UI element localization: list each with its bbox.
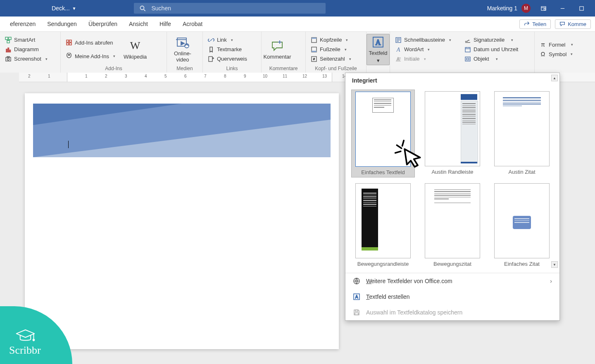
seitenzahl-button[interactable]: #Seitenzahl▾ — [309, 55, 353, 63]
gallery-item-label: Einfaches Textfeld — [361, 169, 405, 175]
tab-referenzen[interactable]: eferenzen — [4, 17, 41, 31]
title-bar: Deck... ▼ Suchen Marketing 1 M — [0, 0, 595, 17]
caret-down-icon: ▾ — [511, 38, 513, 42]
screenshot-button[interactable]: Screenshot▾ — [3, 55, 49, 63]
textfeld-button[interactable]: ATextfeld▾ — [367, 34, 390, 65]
search-placeholder: Suchen — [151, 5, 171, 12]
scroll-down-button[interactable]: ▼ — [551, 261, 558, 268]
group-title-illustr — [3, 66, 57, 72]
textmarke-button[interactable]: Textmarke — [206, 45, 249, 54]
datum-uhrzeit-label: Datum und Uhrzeit — [474, 46, 518, 52]
svg-rect-50 — [465, 47, 470, 52]
objekt-button[interactable]: Objekt▾ — [463, 55, 520, 63]
share-label: Teilen — [532, 21, 546, 27]
svg-rect-4 — [544, 8, 545, 10]
thumbnail — [425, 91, 480, 166]
svg-rect-55 — [466, 58, 469, 60]
svg-text:Ω: Ω — [541, 51, 545, 57]
document-page[interactable] — [25, 93, 339, 349]
datum-uhrzeit-button[interactable]: Datum und Uhrzeit — [463, 45, 520, 54]
svg-rect-20 — [69, 40, 71, 42]
draw-textbox-button[interactable]: ATextfeld erstellen — [345, 289, 559, 305]
svg-rect-13 — [6, 49, 7, 52]
symbol-button[interactable]: ΩSymbol▾ — [538, 50, 575, 58]
svg-point-23 — [69, 54, 70, 56]
account-name: Marketing 1 — [487, 5, 517, 12]
formel-label: Formel — [549, 42, 565, 48]
gallery-item-einfaches-textfeld[interactable]: Einfaches Textfeld — [351, 90, 415, 177]
svg-line-58 — [402, 141, 404, 146]
kommentar-button[interactable]: Kommentar — [265, 39, 290, 60]
svg-line-60 — [395, 151, 401, 153]
group-title-symbols — [538, 66, 583, 72]
kopfzeile-button[interactable]: Kopfzeile▾ — [309, 36, 353, 44]
caret-down-icon: ▾ — [571, 52, 573, 56]
search-box[interactable]: Suchen — [134, 3, 326, 14]
minimize-button[interactable] — [556, 2, 569, 14]
svg-rect-22 — [69, 43, 71, 45]
caret-down-icon: ▾ — [231, 38, 233, 42]
caret-down-icon: ▾ — [45, 57, 48, 61]
schnellbausteine-button[interactable]: Schnellbausteine▾ — [393, 36, 453, 44]
share-button[interactable]: Teilen — [519, 19, 551, 29]
document-title[interactable]: Deck... ▼ — [52, 5, 76, 12]
group-title-text — [367, 66, 390, 72]
svg-text:A: A — [355, 295, 358, 299]
gallery-item-einfaches-zitat[interactable]: Einfaches Zitat — [490, 182, 554, 269]
initiale-button[interactable]: AInitiale▾ — [393, 55, 453, 63]
scribbr-label: Scribbr — [9, 344, 41, 357]
link-button[interactable]: Link▾ — [206, 36, 249, 44]
ribbon-tabs: eferenzen Sendungen Überprüfen Ansicht H… — [0, 17, 595, 32]
gallery-item-label: Austin Zitat — [508, 169, 535, 175]
gallery-item-austin-randleiste[interactable]: Austin Randleiste — [421, 90, 484, 177]
caret-down-icon: ▾ — [345, 47, 347, 52]
caret-down-icon: ▼ — [72, 6, 76, 11]
tab-hilfe[interactable]: Hilfe — [154, 17, 177, 31]
caret-down-icon: ▾ — [346, 38, 348, 42]
textfeld-label: Textfeld — [369, 50, 388, 56]
more-textboxes-button[interactable]: Weitere Textfelder von Office.com › — [345, 273, 559, 289]
get-addins-label: Add-Ins abrufen — [75, 40, 113, 46]
smartart-label: SmartArt — [14, 37, 35, 43]
diagramm-button[interactable]: Diagramm — [3, 45, 49, 54]
group-title-kommentare: Kommentare — [265, 66, 302, 72]
display-options-button[interactable] — [537, 2, 550, 14]
wordart-button[interactable]: AWordArt▾ — [393, 45, 453, 54]
svg-rect-9 — [7, 40, 10, 43]
svg-rect-7 — [5, 37, 8, 40]
account-info[interactable]: Marketing 1 M — [487, 4, 531, 13]
online-video-button[interactable]: Online- video — [170, 36, 195, 63]
textmarke-label: Textmarke — [217, 46, 242, 52]
gallery-item-label: Bewegungsrandleiste — [357, 261, 409, 267]
svg-rect-29 — [209, 57, 212, 61]
querverweis-button[interactable]: Querverweis — [206, 55, 249, 63]
gallery-item-austin-zitat[interactable]: Austin Zitat — [490, 90, 554, 177]
svg-line-59 — [397, 145, 401, 149]
diagramm-label: Diagramm — [14, 46, 39, 52]
tab-ueberpruefen[interactable]: Überprüfen — [83, 17, 123, 31]
caret-down-icon: ▾ — [377, 57, 380, 64]
svg-point-66 — [33, 339, 35, 341]
wikipedia-button[interactable]: WWikipedia — [123, 39, 148, 60]
thumbnail — [494, 183, 550, 258]
fusszeile-button[interactable]: Fußzeile▾ — [309, 45, 353, 54]
svg-rect-33 — [312, 38, 317, 39]
signaturzeile-button[interactable]: Signaturzeile▾ — [463, 36, 520, 44]
textfeld-gallery-dropdown: ▲ Integriert Einfaches Textfeld Austin R… — [345, 73, 560, 321]
thumbnail — [355, 92, 411, 167]
scroll-up-button[interactable]: ▲ — [551, 75, 558, 81]
smartart-button[interactable]: SmartArt — [3, 36, 49, 44]
fusszeile-label: Fußzeile — [320, 46, 340, 52]
tab-acrobat[interactable]: Acrobat — [177, 17, 208, 31]
tab-sendungen[interactable]: Sendungen — [41, 17, 83, 31]
tab-ansicht[interactable]: Ansicht — [123, 17, 154, 31]
draw-textbox-label: extfeld erstellen — [369, 293, 410, 300]
my-addins-button[interactable]: Meine Add-Ins▾ — [64, 52, 117, 60]
formel-button[interactable]: πFormel▾ — [538, 40, 575, 49]
comments-button[interactable]: Komme — [555, 19, 591, 29]
maximize-button[interactable] — [575, 2, 588, 14]
gallery-item-bewegungszitat[interactable]: Bewegungszitat — [421, 182, 484, 269]
get-addins-button[interactable]: Add-Ins abrufen — [64, 38, 117, 47]
group-title-text2 — [393, 66, 456, 72]
gallery-item-bewegungsrandleiste[interactable]: Bewegungsrandleiste — [351, 182, 415, 269]
